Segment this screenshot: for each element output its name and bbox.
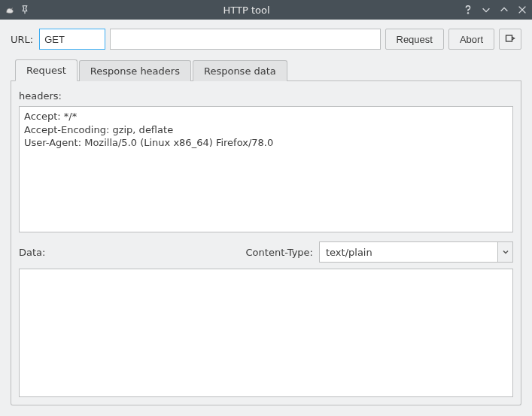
pin-icon[interactable] [20,5,30,15]
request-button[interactable]: Request [385,29,444,50]
svg-point-0 [10,9,11,10]
content-type-value: text/plain [320,242,497,262]
titlebar: HTTP tool [0,0,532,20]
content-type-label: Content-Type: [246,247,313,258]
help-icon[interactable] [463,5,473,15]
url-input[interactable] [110,29,380,50]
http-method-combo[interactable] [39,29,105,50]
window-title: HTTP tool [33,5,460,16]
send-icon-button[interactable] [499,29,521,50]
close-icon[interactable] [517,5,527,15]
data-textarea[interactable] [19,269,513,397]
content-type-select[interactable]: text/plain [319,241,513,263]
svg-rect-4 [506,35,512,41]
url-label: URL: [11,29,35,50]
data-label: Data: [19,247,45,258]
tab-response-headers[interactable]: Response headers [79,60,191,81]
headers-textarea[interactable] [19,106,513,232]
tab-request[interactable]: Request [15,59,78,81]
send-icon [505,33,515,46]
maximize-icon[interactable] [499,5,509,15]
tab-response-data[interactable]: Response data [193,60,287,81]
request-panel: headers: Data: Content-Type: text/plain [11,81,521,405]
headers-label: headers: [19,90,513,102]
app-icon [5,5,15,15]
content-type-dropdown[interactable] [497,242,512,262]
abort-button[interactable]: Abort [448,29,494,50]
minimize-icon[interactable] [481,5,491,15]
tabbar: Request Response headers Response data [11,59,521,81]
svg-point-1 [467,13,469,14]
